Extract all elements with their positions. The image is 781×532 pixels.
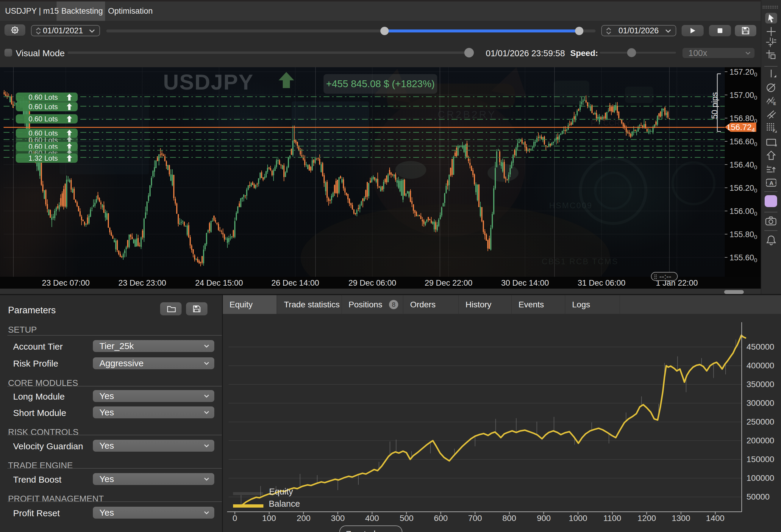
svg-text:200000: 200000: [746, 436, 774, 445]
svg-text:400000: 400000: [746, 361, 774, 370]
svg-text:1200: 1200: [638, 514, 656, 523]
svg-text:400: 400: [365, 514, 379, 523]
svg-text:Balance: Balance: [269, 499, 300, 508]
svg-text:200: 200: [297, 514, 311, 523]
svg-text:350000: 350000: [746, 380, 774, 389]
svg-text:300: 300: [331, 514, 345, 523]
svg-text:250000: 250000: [746, 417, 774, 427]
svg-text:800: 800: [502, 514, 517, 523]
svg-text:300000: 300000: [746, 398, 774, 408]
svg-text:600: 600: [434, 514, 448, 523]
svg-text:900: 900: [537, 514, 551, 523]
svg-text:700: 700: [468, 514, 482, 523]
svg-text:150000: 150000: [746, 455, 774, 464]
svg-text:500: 500: [400, 514, 414, 523]
svg-text:1400: 1400: [706, 514, 725, 523]
svg-text:0: 0: [233, 514, 237, 523]
svg-text:Equity: Equity: [269, 487, 293, 496]
svg-text:E: E: [773, 101, 776, 106]
svg-text:100000: 100000: [746, 473, 774, 483]
svg-text:450000: 450000: [746, 342, 774, 351]
svg-text:1300: 1300: [672, 514, 690, 523]
svg-text:1100: 1100: [603, 514, 621, 523]
svg-text:50000: 50000: [746, 492, 770, 501]
svg-text:100: 100: [262, 514, 276, 523]
svg-text:1000: 1000: [569, 514, 587, 523]
svg-text:A: A: [769, 180, 774, 186]
